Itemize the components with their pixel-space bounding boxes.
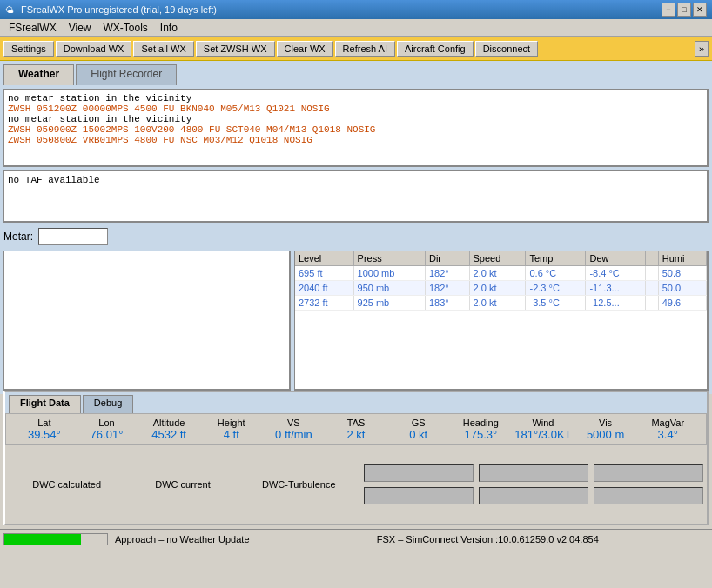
height-value: 4 ft <box>224 428 239 441</box>
cell-speed-3: 2.0 kt <box>469 296 526 311</box>
flight-col-vis: Vis 5000 m <box>574 418 637 441</box>
cell-temp-2: -2.3 °C <box>526 281 586 296</box>
dwc-input-row-2 <box>364 487 703 504</box>
tab-flight-data[interactable]: Flight Data <box>9 395 81 413</box>
cell-temp-3: -3.5 °C <box>526 296 586 311</box>
flight-col-magvar: MagVar 3.4° <box>636 418 699 441</box>
cell-empty-2 <box>646 281 658 296</box>
vs-label: VS <box>287 418 300 428</box>
cell-level-2: 2040 ft <box>295 281 353 296</box>
metar-label: Metar: <box>3 231 33 243</box>
dwc-label-row: DWC calculated DWC current DWC-Turbulenc… <box>9 478 357 491</box>
set-all-wx-button[interactable]: Set all WX <box>133 41 193 57</box>
cell-dir-1: 182° <box>425 266 469 281</box>
heading-value: 175.3° <box>464 428 497 441</box>
cell-press-3: 925 mb <box>353 296 425 311</box>
metar-line-5: ZWSH 050800Z VRB01MPS 4800 FU NSC M03/M1… <box>8 135 703 145</box>
dwc-input-2c[interactable] <box>594 487 703 504</box>
col-header-temp: Temp <box>526 251 586 266</box>
dwc-row: DWC calculated DWC current DWC-Turbulenc… <box>5 445 707 524</box>
vis-value: 5000 m <box>587 428 624 441</box>
dwc-input-1a[interactable] <box>364 464 474 482</box>
cell-dew-2: -11.3... <box>586 281 646 296</box>
gs-label: GS <box>412 418 426 428</box>
lon-value: 76.01° <box>91 428 124 441</box>
lon-label: Lon <box>98 418 114 428</box>
weather-table-container[interactable]: Level Press Dir Speed Temp Dew Humi 695 … <box>294 251 709 391</box>
vis-label: Vis <box>599 418 612 428</box>
clear-wx-button[interactable]: Clear WX <box>277 41 333 57</box>
col-header-level: Level <box>295 251 353 266</box>
flight-col-lon: Lon 76.01° <box>76 418 138 441</box>
heading-label: Heading <box>463 418 499 428</box>
dwc-input-1c[interactable] <box>594 464 703 482</box>
tab-flight-recorder[interactable]: Flight Recorder <box>76 64 177 85</box>
tab-weather[interactable]: Weather <box>3 64 74 85</box>
app-icon: 🌤 <box>5 5 14 15</box>
cell-dir-3: 183° <box>425 296 469 311</box>
metar-display: no metar station in the vicinity ZWSH 05… <box>3 89 709 167</box>
lat-value: 39.54° <box>28 428 61 441</box>
toolbar-chevron[interactable]: » <box>695 41 709 57</box>
settings-button[interactable]: Settings <box>3 41 54 57</box>
cell-dew-1: -8.4 °C <box>586 266 646 281</box>
cell-speed-2: 2.0 kt <box>469 281 526 296</box>
dwc-input-2a[interactable] <box>364 487 474 504</box>
status-text: Approach – no Weather Update <box>115 534 250 545</box>
dwc-left: DWC calculated DWC current DWC-Turbulenc… <box>9 449 357 520</box>
cell-press-1: 1000 mb <box>353 266 425 281</box>
maximize-button[interactable]: □ <box>677 3 691 17</box>
dwc-input-1b[interactable] <box>479 464 588 482</box>
metar-line-4: ZWSH 050900Z 15002MPS 100V200 4800 FU SC… <box>8 124 703 135</box>
table-row: 695 ft 1000 mb 182° 2.0 kt 0.6 °C -8.4 °… <box>295 266 707 281</box>
set-zwsh-wx-button[interactable]: Set ZWSH WX <box>196 41 275 57</box>
middle-section: Level Press Dir Speed Temp Dew Humi 695 … <box>3 251 709 391</box>
tab-bar: Weather Flight Recorder <box>0 61 712 85</box>
menu-fsrealwx[interactable]: FSrealWX <box>3 21 62 35</box>
version-text: FSX – SimConnect Version :10.0.61259.0 v… <box>267 534 709 545</box>
vs-value: 0 ft/min <box>275 428 312 441</box>
flight-col-lat: Lat 39.54° <box>13 418 76 441</box>
flight-col-wind: Wind 181°/3.0KT <box>512 418 574 441</box>
disconnect-button[interactable]: Disconnect <box>475 41 538 57</box>
cell-dew-3: -12.5... <box>586 296 646 311</box>
metar-input[interactable] <box>38 228 108 245</box>
minimize-button[interactable]: − <box>662 3 675 17</box>
menu-view[interactable]: View <box>64 21 97 35</box>
tab-debug[interactable]: Debug <box>83 395 133 413</box>
dwc-turbulence-label: DWC-Turbulence <box>241 478 357 491</box>
flight-col-gs: GS 0 kt <box>387 418 450 441</box>
gs-value: 0 kt <box>409 428 427 441</box>
cell-press-2: 950 mb <box>353 281 425 296</box>
cell-humi-1: 50.8 <box>658 266 706 281</box>
menu-wx-tools[interactable]: WX-Tools <box>97 21 152 35</box>
flight-data-section: Flight Data Debug Lat 39.54° Lon 76.01° … <box>3 391 709 525</box>
flight-col-altitude: Altitude 4532 ft <box>138 418 200 441</box>
download-wx-button[interactable]: Download WX <box>56 41 132 57</box>
metar-line-1: no metar station in the vicinity <box>8 93 703 104</box>
tas-value: 2 kt <box>347 428 366 441</box>
aircraft-config-button[interactable]: Aircraft Config <box>397 41 474 57</box>
cell-speed-1: 2.0 kt <box>469 266 526 281</box>
menu-info[interactable]: Info <box>155 21 183 35</box>
flight-col-height: Height 4 ft <box>200 418 263 441</box>
wind-value: 181°/3.0KT <box>514 428 571 441</box>
flight-data-grid: Lat 39.54° Lon 76.01° Altitude 4532 ft H… <box>5 413 707 445</box>
table-row: 2040 ft 950 mb 182° 2.0 kt -2.3 °C -11.3… <box>295 281 707 296</box>
flight-col-tas: TAS 2 kt <box>325 418 387 441</box>
cell-level-3: 2732 ft <box>295 296 353 311</box>
cell-temp-1: 0.6 °C <box>526 266 586 281</box>
cell-humi-3: 49.6 <box>658 296 706 311</box>
col-header-empty <box>646 251 658 266</box>
cell-humi-2: 50.0 <box>658 281 706 296</box>
dwc-right <box>364 449 703 520</box>
close-button[interactable]: ✕ <box>693 3 707 17</box>
status-bar: Approach – no Weather Update FSX – SimCo… <box>0 529 712 548</box>
flight-col-vs: VS 0 ft/min <box>263 418 326 441</box>
cell-level-1: 695 ft <box>295 266 353 281</box>
window-controls: − □ ✕ <box>662 3 707 17</box>
toolbar: Settings Download WX Set all WX Set ZWSH… <box>0 37 712 61</box>
main-content: no metar station in the vicinity ZWSH 05… <box>0 85 712 394</box>
dwc-input-2b[interactable] <box>479 487 588 504</box>
refresh-ai-button[interactable]: Refresh AI <box>335 41 395 57</box>
